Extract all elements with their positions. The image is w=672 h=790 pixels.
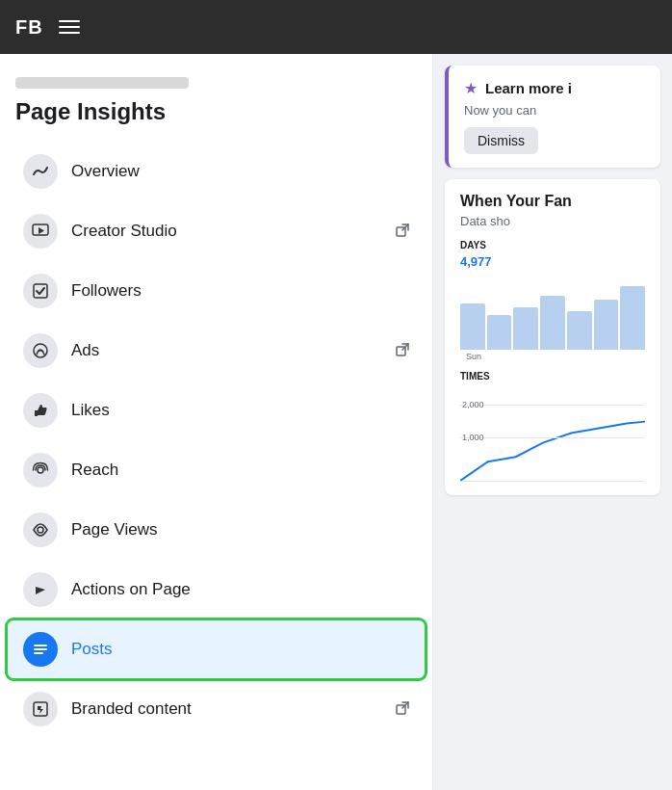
external-link-icon-ads [396, 343, 409, 359]
sidebar-item-label: Ads [71, 341, 396, 360]
posts-icon [23, 632, 58, 667]
creator-studio-icon [23, 214, 58, 249]
sidebar-item-label: Reach [71, 461, 409, 480]
sidebar-item-label: Likes [71, 401, 409, 420]
svg-rect-12 [34, 648, 47, 650]
star-icon: ★ [464, 79, 478, 97]
right-panel: ★ Learn more i Now you can Dismiss When … [433, 54, 672, 790]
ads-icon [23, 333, 58, 368]
gridline-2000: 2,000 [460, 405, 645, 409]
sidebar-item-label: Actions on Page [71, 580, 409, 599]
sidebar-title-area: Page Insights [0, 69, 432, 141]
chart-bar-2 [487, 315, 512, 350]
branded-content-icon [23, 692, 58, 726]
svg-point-8 [38, 467, 43, 473]
chart-bar-container [460, 273, 645, 350]
overview-icon [23, 154, 58, 189]
hamburger-menu-icon[interactable] [59, 20, 80, 34]
data-show-label: Data sho [460, 214, 645, 228]
sidebar-item-branded-content[interactable]: Branded content [8, 680, 425, 738]
followers-icon [23, 274, 58, 308]
main-layout: Page Insights Overview [0, 54, 672, 790]
fan-card-title: When Your Fan [460, 193, 645, 210]
day-label-sun: Sun [460, 352, 487, 361]
dismiss-button[interactable]: Dismiss [464, 127, 538, 154]
sidebar-item-label: Posts [71, 640, 409, 659]
learn-card-subtitle: Now you can [464, 103, 645, 118]
sidebar-item-label: Page Views [71, 520, 409, 540]
svg-point-9 [38, 527, 43, 533]
days-label: DAYS [460, 240, 645, 250]
chart-bar-7 [620, 286, 645, 350]
times-label: TIMES [460, 371, 645, 382]
learn-card-title: Learn more i [485, 80, 572, 96]
svg-rect-11 [34, 645, 47, 646]
sidebar-item-ads[interactable]: Ads [8, 322, 425, 380]
fb-logo: FB [15, 16, 43, 39]
sidebar: Page Insights Overview [0, 54, 433, 790]
sidebar-item-label: Followers [71, 281, 409, 301]
sidebar-item-label: Overview [71, 162, 409, 181]
sidebar-item-overview[interactable]: Overview [8, 143, 425, 200]
likes-icon [23, 393, 58, 428]
external-link-icon-branded [396, 701, 409, 718]
gridline-1000: 1,000 [460, 437, 645, 442]
sidebar-item-label: Creator Studio [71, 222, 396, 241]
learn-card-header: ★ Learn more i [464, 79, 645, 97]
sidebar-item-page-views[interactable]: Page Views [8, 501, 425, 559]
top-navigation: FB [0, 0, 672, 54]
sidebar-item-creator-studio[interactable]: Creator Studio [8, 202, 425, 260]
svg-marker-10 [36, 587, 45, 594]
sidebar-title: Page Insights [15, 98, 417, 125]
svg-rect-13 [34, 652, 43, 654]
chart-bar-6 [594, 300, 619, 350]
chart-bar-3 [513, 307, 538, 350]
times-chart: 2,000 1,000 [460, 385, 645, 482]
sidebar-item-label: Branded content [71, 699, 396, 719]
sidebar-item-likes[interactable]: Likes [8, 382, 425, 439]
svg-marker-1 [39, 227, 44, 234]
learn-more-card: ★ Learn more i Now you can Dismiss [445, 66, 660, 168]
sidebar-title-placeholder [15, 77, 189, 89]
sidebar-item-posts[interactable]: Posts [8, 620, 425, 678]
sidebar-item-reach[interactable]: Reach [8, 441, 425, 499]
reach-icon [23, 453, 58, 487]
external-link-icon [396, 224, 409, 240]
chart-day-labels: Sun [460, 352, 645, 361]
times-svg-chart [460, 385, 645, 481]
chart-value: 4,977 [460, 254, 645, 269]
gridline-label-1000: 1,000 [462, 433, 484, 442]
gridline-label-2000: 2,000 [462, 400, 484, 409]
chart-bar-1 [460, 303, 485, 350]
times-section: TIMES 2,000 1,000 [460, 371, 645, 482]
fan-card: When Your Fan Data sho DAYS 4,977 Sun TI… [445, 179, 660, 495]
chart-bar-5 [567, 311, 592, 350]
sidebar-item-actions-on-page[interactable]: Actions on Page [8, 561, 425, 619]
chart-bar-4 [540, 296, 565, 350]
actions-on-page-icon [23, 572, 58, 607]
sidebar-item-followers[interactable]: Followers [8, 262, 425, 320]
page-views-icon [23, 513, 58, 547]
sidebar-nav-list: Overview Creator Studio [0, 143, 432, 738]
